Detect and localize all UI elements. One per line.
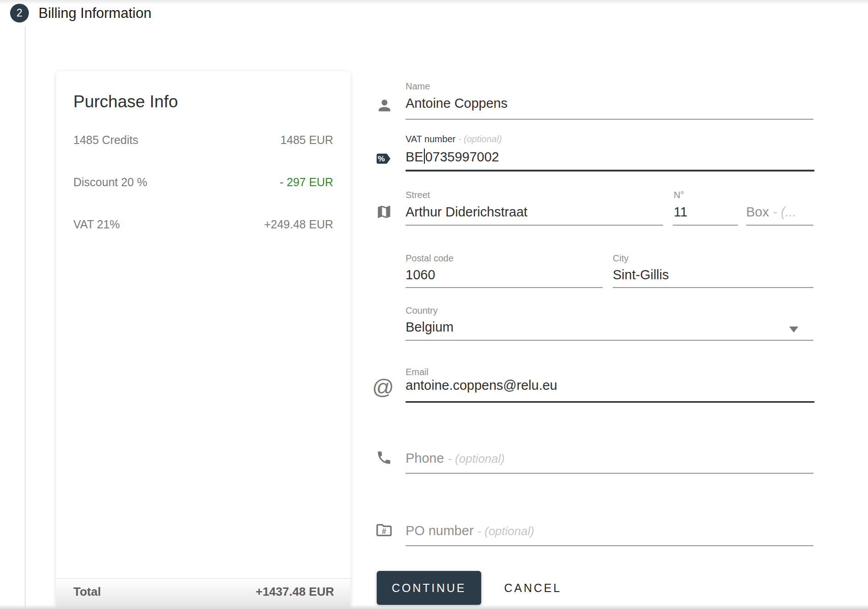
total-amount: +1437.48 EUR [256,585,334,599]
box-placeholder: Box [746,205,769,219]
vat-label: VAT 21% [73,218,120,231]
country-field-label: Country [406,305,438,316]
country-select[interactable]: Belgium [406,320,454,335]
house-number-input[interactable]: 11 [674,205,687,220]
city-field-label: City [613,253,628,264]
total-label: Total [73,585,101,599]
street-input[interactable]: Arthur Diderichstraat [406,205,527,220]
bottom-shadow [0,604,868,609]
box-underline [746,225,813,226]
email-field-label: Email [406,367,429,377]
name-input[interactable]: Antoine Coppens [406,96,508,111]
box-input[interactable]: Box - (... [746,205,797,220]
phone-optional-hint: - (optional) [448,452,505,465]
purchase-info-title: Purchase Info [73,92,178,111]
name-underline [406,119,813,120]
continue-button[interactable]: CONTINUE [377,571,481,605]
person-icon [376,97,393,114]
at-icon: @ [372,374,394,399]
house-number-field-label: N° [674,190,684,200]
po-number-input[interactable]: PO number - (optional) [406,523,534,538]
street-field-label: Street [406,190,430,200]
country-underline [406,340,813,341]
phone-input[interactable]: Phone - (optional) [406,451,505,466]
purchase-row-credits: 1485 Credits 1485 EUR [73,133,333,147]
po-number-underline [406,545,813,546]
postal-code-input[interactable]: 1060 [406,267,435,282]
email-underline [406,401,814,403]
postal-code-underline [406,287,603,288]
folder-hash-icon: # [375,521,393,539]
po-number-optional-hint: - (optional) [477,524,534,538]
phone-icon [376,449,392,466]
purchase-row-discount: Discount 20 % - 297 EUR [73,176,333,189]
house-number-underline [673,225,738,226]
map-icon [376,204,392,220]
phone-placeholder: Phone [406,451,444,465]
svg-text:%: % [378,154,385,163]
form-actions: CONTINUE CANCEL [377,571,561,605]
city-underline [613,287,813,288]
billing-information-screen: 2 Billing Information Purchase Info 1485… [0,0,868,609]
vat-field-label: VAT number - (optional) [406,134,502,144]
street-underline [406,225,663,226]
svg-text:#: # [382,527,386,536]
vat-optional-hint: - (optional) [458,134,502,144]
purchase-row-vat: VAT 21% +249.48 EUR [73,218,333,231]
box-optional-hint: - (... [773,205,797,219]
step-number-badge: 2 [10,4,29,22]
discount-amount: - 297 EUR [280,176,333,189]
name-field-label: Name [406,81,430,92]
step-number: 2 [16,7,22,19]
city-input[interactable]: Sint-Gillis [613,267,669,282]
credits-amount: 1485 EUR [280,133,333,147]
po-number-placeholder: PO number [406,523,473,538]
stepper-connector-line [25,27,26,609]
postal-code-field-label: Postal code [406,253,454,264]
top-shadow [0,0,868,5]
page-title: Billing Information [38,5,151,22]
phone-underline [406,473,813,474]
text-cursor [424,149,425,164]
cancel-button[interactable]: CANCEL [504,581,561,595]
credits-label: 1485 Credits [73,133,138,147]
vat-input[interactable]: BE0735997002 [406,149,499,165]
vat-amount: +249.48 EUR [264,218,333,231]
email-input[interactable]: antoine.coppens@relu.eu [406,378,557,393]
chevron-down-icon[interactable] [789,327,798,332]
discount-label: Discount 20 % [73,176,147,189]
vat-underline [406,170,814,172]
purchase-info-card: Purchase Info 1485 Credits 1485 EUR Disc… [56,71,351,609]
percent-tag-icon: % [374,150,393,167]
